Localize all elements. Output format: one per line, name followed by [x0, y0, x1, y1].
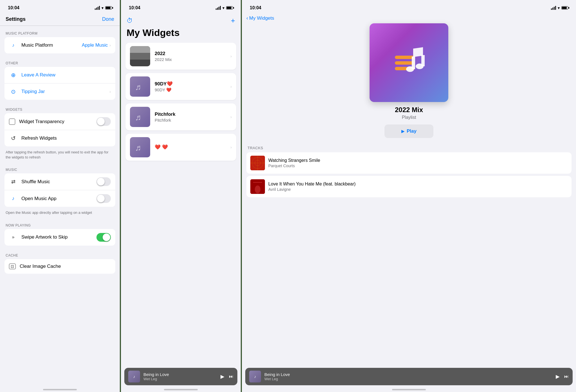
leave-review-row[interactable]: ⊕ Leave A Review — [4, 67, 115, 83]
tracks-section: TRACKS Watching Strangers Smile Parquet … — [242, 142, 576, 197]
shuffle-music-toggle[interactable] — [96, 177, 111, 186]
widget-item-pitchfork[interactable]: ♬ Pitchfork Pitchfork › — [125, 103, 236, 130]
widget-thumb-hearts: ♬ — [130, 137, 150, 157]
music-platform-row[interactable]: ♪ Music Platform Apple Music › — [4, 37, 115, 53]
done-button[interactable]: Done — [102, 16, 114, 22]
status-icons-1: ▾ — [95, 6, 112, 10]
play-button-label: Play — [407, 128, 417, 134]
section-header-music: MUSIC — [0, 162, 120, 173]
home-indicator-2 — [164, 389, 198, 390]
widget-transparency-toggle[interactable] — [96, 117, 111, 126]
settings-nav-bar: Settings Done — [0, 14, 120, 26]
shuffle-music-row[interactable]: ⇄ Shuffle Music — [4, 173, 115, 190]
track-artist-1: Parquet Courts — [268, 164, 568, 168]
widget-item-90dy[interactable]: ♬ 90DY❤️ 90DY ❤️ › — [125, 73, 236, 100]
home-indicator-3 — [392, 389, 426, 390]
widget-transparency-label: Widget Transparency — [19, 119, 96, 124]
music-icon-svg-pitchfork: ♬ — [135, 112, 145, 122]
now-playing-bar-2[interactable]: ♪ Being in Love Wet Leg ▶ ⏭ — [124, 368, 237, 385]
widgets-group: Widget Transparency ↺ Refresh Widgets — [4, 113, 115, 146]
section-header-other: OTHER — [0, 56, 120, 67]
widget-item-2022[interactable]: 2022 2022 Mix › — [125, 43, 236, 70]
settings-title: Settings — [6, 16, 26, 22]
open-music-app-toggle[interactable] — [96, 194, 111, 203]
play-button[interactable]: ▶ Play — [384, 124, 433, 138]
np-controls-3: ▶ ⏭ — [556, 373, 569, 380]
np-controls-2: ▶ ⏭ — [220, 373, 233, 380]
music-platform-group: ♪ Music Platform Apple Music › — [4, 37, 115, 53]
section-header-music-platform: MUSIC PLATFORM — [0, 26, 120, 37]
np-title-2: Being in Love — [143, 372, 220, 377]
shuffle-icon: ⇄ — [9, 178, 17, 186]
music-icon-svg: ♬ — [135, 81, 145, 92]
playlist-title: 2022 Mix — [395, 106, 423, 114]
leave-review-label: Leave A Review — [21, 72, 111, 78]
svg-text:♬: ♬ — [135, 82, 141, 92]
widget-item-hearts[interactable]: ♬ ❤️ ❤️ › — [125, 134, 236, 161]
widget-name-90dy: 90DY❤️ — [155, 81, 230, 87]
status-bar-1: 10:04 ▾ — [0, 0, 120, 14]
np-play-button-3[interactable]: ▶ — [556, 373, 560, 380]
tracks-header: TRACKS — [246, 142, 572, 152]
swipe-artwork-toggle[interactable] — [96, 233, 111, 242]
battery-icon-3 — [561, 6, 568, 10]
np-artwork-inner-3: ♪ — [249, 371, 261, 382]
np-info-2: Being in Love Wet Leg — [143, 372, 220, 381]
widget-thumb-90dy: ♬ — [130, 76, 150, 97]
add-widget-button[interactable]: + — [231, 16, 235, 25]
track-item-2[interactable]: Love It When You Hate Me (feat. blackbea… — [246, 176, 572, 197]
np-artwork-2: ♪ — [128, 371, 140, 382]
playlist-artwork-svg — [389, 43, 429, 82]
widgets-header: ⏱ + — [121, 14, 241, 25]
np-skip-button-2[interactable]: ⏭ — [229, 374, 233, 379]
chevron-90dy: › — [230, 84, 232, 89]
gear-icon[interactable]: ⏱ — [127, 17, 133, 24]
status-bar-3: 10:04 ▾ — [242, 0, 576, 14]
playlist-type: Playlist — [402, 115, 416, 120]
battery-icon-2 — [226, 6, 233, 10]
wifi-icon: ▾ — [102, 6, 104, 10]
wifi-icon-3: ▾ — [558, 6, 560, 10]
widget-sub-pitchfork: Pitchfork — [155, 118, 230, 123]
widget-list: 2022 2022 Mix › ♬ 90DY❤️ 90DY ❤️ › ♬ — [121, 43, 241, 161]
tipping-jar-label: Tipping Jar — [21, 89, 109, 94]
widget-transparency-icon — [9, 119, 15, 125]
track-name-2: Love It When You Hate Me (feat. blackbea… — [268, 182, 568, 187]
svg-point-7 — [406, 66, 414, 72]
tipping-jar-row[interactable]: ⊙ Tipping Jar › — [4, 83, 115, 100]
refresh-icon: ↺ — [9, 134, 17, 142]
section-header-now-playing: NOW PLAYING — [0, 218, 120, 229]
clear-cache-row[interactable]: ⊡ Clear Image Cache — [4, 259, 115, 274]
track-item-1[interactable]: Watching Strangers Smile Parquet Courts — [246, 152, 572, 174]
chevron-icon: › — [109, 43, 111, 47]
my-widgets-title: My Widgets — [121, 25, 241, 43]
np-skip-button-3[interactable]: ⏭ — [564, 374, 569, 379]
status-time-1: 10:04 — [8, 5, 19, 10]
music-platform-value: Apple Music — [82, 42, 108, 48]
refresh-widgets-label: Refresh Widgets — [21, 135, 111, 141]
svg-rect-4 — [395, 61, 415, 65]
refresh-widgets-row[interactable]: ↺ Refresh Widgets — [4, 130, 115, 146]
widget-thumb-pitchfork: ♬ — [130, 107, 150, 127]
np-artist-2: Wet Leg — [143, 377, 220, 381]
settings-screen: 10:04 ▾ Settings Done MUSIC PLATFORM ♪ M… — [0, 0, 121, 392]
cache-icon: ⊡ — [9, 264, 16, 269]
settings-scroll[interactable]: MUSIC PLATFORM ♪ Music Platform Apple Mu… — [0, 26, 120, 390]
section-header-cache: CACHE — [0, 248, 120, 259]
widget-info-pitchfork: Pitchfork Pitchfork — [155, 112, 230, 123]
home-indicator-1 — [43, 389, 77, 390]
swipe-artwork-row[interactable]: » Swipe Artwork to Skip — [4, 229, 115, 246]
track-info-2: Love It When You Hate Me (feat. blackbea… — [268, 182, 568, 192]
svg-point-9 — [416, 64, 424, 69]
svg-point-16 — [255, 185, 260, 193]
now-playing-bar-3[interactable]: ♪ Being in Love Wet Leg ▶ ⏭ — [245, 368, 573, 385]
widget-transparency-row[interactable]: Widget Transparency — [4, 113, 115, 130]
music-note-icon: ♪ — [9, 41, 17, 49]
back-nav[interactable]: ‹ My Widgets — [242, 14, 576, 23]
status-icons-3: ▾ — [551, 6, 568, 10]
np-play-button-2[interactable]: ▶ — [220, 373, 224, 380]
open-music-app-row[interactable]: ♪ Open Music App — [4, 190, 115, 207]
track-artwork-2 — [250, 179, 265, 194]
tipping-icon: ⊙ — [9, 87, 17, 96]
svg-text:♬: ♬ — [135, 113, 141, 122]
